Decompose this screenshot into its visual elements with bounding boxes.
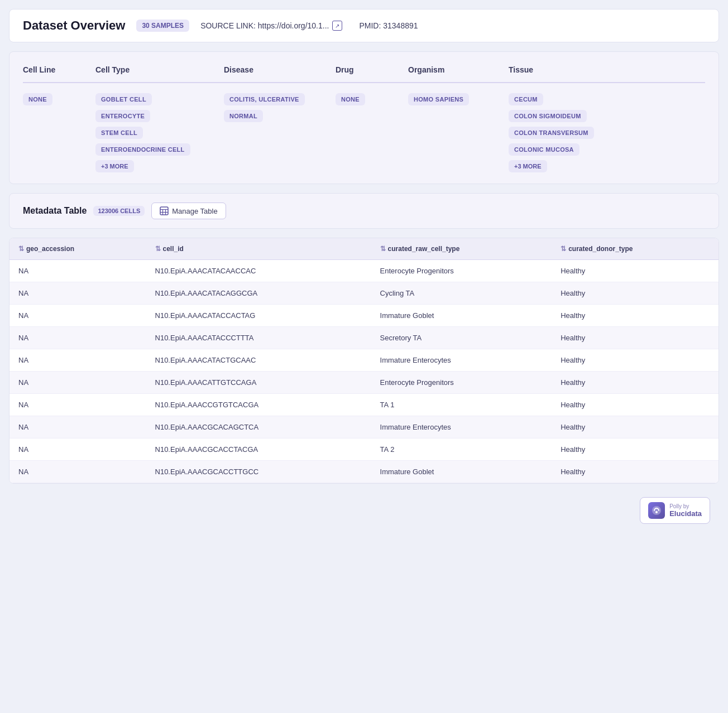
dataset-header: Dataset Overview 30 SAMPLES SOURCE LINK:… [9, 9, 719, 42]
external-link-icon[interactable]: ↗ [332, 21, 342, 31]
table-cell-2-3: Healthy [552, 305, 719, 327]
tag-colon-sigmoideum: COLON SIGMOIDEUM [509, 110, 587, 122]
footer: Polly by Elucidata [9, 493, 719, 528]
metadata-title: Metadata Table [23, 206, 87, 216]
table-cell-8-2: TA 2 [371, 439, 552, 461]
col-header-drug: Drug [336, 65, 408, 74]
table-cell-5-1: N10.EpiA.AAACATTGTCCAGA [146, 372, 371, 394]
metadata-section: Metadata Table 123006 CELLS Manage Table [9, 193, 719, 229]
table-cell-6-1: N10.EpiA.AAACCGTGTCACGA [146, 394, 371, 416]
tag-enteroendocrine-cell: ENTEROENDOCRINE CELL [95, 143, 190, 156]
tag-goblet-cell: GOBLET CELL [95, 93, 152, 105]
table-cell-6-0: NA [9, 394, 146, 416]
table-icon [160, 206, 169, 215]
elucidata-text: Polly by Elucidata [669, 503, 702, 518]
table-body: NAN10.EpiA.AAACATACAACCACEnterocyte Prog… [9, 260, 719, 483]
col-header-cell-line: Cell Line [23, 65, 95, 74]
tag-none-cell-line: NONE [23, 93, 52, 105]
th-geo-accession[interactable]: ⇅ geo_accession [9, 238, 146, 260]
table-row: NAN10.EpiA.AAACGCACCTACGATA 2Healthy [9, 439, 719, 461]
table-row: NAN10.EpiA.AAACGCACCTTGCCImmature Goblet… [9, 461, 719, 483]
th-curated-donor-type[interactable]: ⇅ curated_donor_type [552, 238, 719, 260]
table-cell-3-1: N10.EpiA.AAACATACCCTTTA [146, 327, 371, 349]
sort-icon-geo: ⇅ [18, 245, 24, 253]
table-row: NAN10.EpiA.AAACATACCCTTTASecretory TAHea… [9, 327, 719, 349]
col-header-tissue: Tissue [509, 65, 705, 74]
tissue-more[interactable]: +3 MORE [509, 160, 547, 172]
disease-data: COLITIS, ULCERATIVE NORMAL [224, 93, 336, 122]
tag-enterocyte: ENTEROCYTE [95, 110, 150, 122]
table-cell-3-3: Healthy [552, 327, 719, 349]
overview-data-row: NONE GOBLET CELL ENTEROCYTE STEM CELL EN… [23, 93, 705, 172]
table-cell-0-1: N10.EpiA.AAACATACAACCAC [146, 260, 371, 282]
tag-homo-sapiens: HOMO SAPIENS [408, 93, 469, 105]
table-cell-6-2: TA 1 [371, 394, 552, 416]
table-cell-5-0: NA [9, 372, 146, 394]
svg-rect-0 [160, 207, 168, 215]
tag-none-drug: NONE [336, 93, 365, 105]
table-cell-8-0: NA [9, 439, 146, 461]
page-title: Dataset Overview [23, 18, 125, 33]
metadata-header: Metadata Table 123006 CELLS Manage Table [23, 203, 705, 219]
table-row: NAN10.EpiA.AAACGCACAGCTCAImmature Entero… [9, 416, 719, 439]
col-header-organism: Organism [408, 65, 509, 74]
overview-table: Cell Line Cell Type Disease Drug Organis… [23, 65, 705, 172]
cell-line-data: NONE [23, 93, 95, 105]
source-link-text: SOURCE LINK: https://doi.org/10.1... [200, 21, 329, 30]
pmid-label: PMID: 31348891 [359, 21, 418, 30]
data-table-wrapper: ⇅ geo_accession ⇅ cell_id ⇅ curate [9, 238, 719, 484]
table-row: NAN10.EpiA.AAACATACCACTAGImmature Goblet… [9, 305, 719, 327]
col-sort-cellid: ⇅ cell_id [155, 245, 184, 253]
table-cell-5-3: Healthy [552, 372, 719, 394]
table-cell-2-1: N10.EpiA.AAACATACCACTAG [146, 305, 371, 327]
table-row: NAN10.EpiA.AAACATACAACCACEnterocyte Prog… [9, 260, 719, 282]
table-cell-7-2: Immature Enterocytes [371, 416, 552, 439]
table-cell-6-3: Healthy [552, 394, 719, 416]
table-row: NAN10.EpiA.AAACATACAGGCGACycling TAHealt… [9, 282, 719, 305]
table-header-row: ⇅ geo_accession ⇅ cell_id ⇅ curate [9, 238, 719, 260]
cell-type-more[interactable]: +3 MORE [95, 160, 134, 172]
table-cell-9-1: N10.EpiA.AAACGCACCTTGCC [146, 461, 371, 483]
table-cell-4-1: N10.EpiA.AAACATACTGCAAC [146, 349, 371, 372]
table-cell-7-0: NA [9, 416, 146, 439]
elucidata-badge: Polly by Elucidata [640, 497, 710, 524]
table-cell-1-1: N10.EpiA.AAACATACAGGCGA [146, 282, 371, 305]
table-cell-1-3: Healthy [552, 282, 719, 305]
th-curated-raw-cell-type[interactable]: ⇅ curated_raw_cell_type [371, 238, 552, 260]
col-sort-geo: ⇅ geo_accession [18, 245, 74, 253]
table-cell-0-2: Enterocyte Progenitors [371, 260, 552, 282]
polly-label: Polly by [669, 503, 702, 509]
table-cell-1-2: Cycling TA [371, 282, 552, 305]
elucidata-label: Elucidata [669, 509, 702, 518]
sort-icon-donortype: ⇅ [561, 245, 566, 253]
manage-table-button[interactable]: Manage Table [151, 203, 226, 219]
th-cell-id[interactable]: ⇅ cell_id [146, 238, 371, 260]
table-cell-2-0: NA [9, 305, 146, 327]
table-cell-0-0: NA [9, 260, 146, 282]
drug-data: NONE [336, 93, 408, 105]
sort-icon-celltype: ⇅ [380, 245, 386, 253]
tag-colonic-mucosa: COLONIC MUCOSA [509, 143, 579, 156]
col-sort-celltype: ⇅ curated_raw_cell_type [380, 245, 460, 253]
tag-normal: NORMAL [224, 110, 263, 122]
table-cell-8-3: Healthy [552, 439, 719, 461]
table-cell-4-3: Healthy [552, 349, 719, 372]
table-cell-0-3: Healthy [552, 260, 719, 282]
table-row: NAN10.EpiA.AAACCGTGTCACGATA 1Healthy [9, 394, 719, 416]
svg-point-5 [652, 506, 661, 515]
overview-section: Cell Line Cell Type Disease Drug Organis… [9, 51, 719, 184]
manage-table-label: Manage Table [172, 207, 217, 215]
sort-icon-cellid: ⇅ [155, 245, 161, 253]
table-cell-8-1: N10.EpiA.AAACGCACCTACGA [146, 439, 371, 461]
cell-type-data: GOBLET CELL ENTEROCYTE STEM CELL ENTEROE… [95, 93, 224, 172]
tag-colitis-ulcerative: COLITIS, ULCERATIVE [224, 93, 305, 105]
tag-colon-transversum: COLON TRANSVERSUM [509, 127, 594, 139]
source-link[interactable]: SOURCE LINK: https://doi.org/10.1... ↗ [200, 21, 342, 31]
table-cell-7-1: N10.EpiA.AAACGCACAGCTCA [146, 416, 371, 439]
tag-cecum: CECUM [509, 93, 543, 105]
table-cell-2-2: Immature Goblet [371, 305, 552, 327]
metadata-table: ⇅ geo_accession ⇅ cell_id ⇅ curate [9, 238, 719, 483]
table-cell-9-2: Immature Goblet [371, 461, 552, 483]
table-row: NAN10.EpiA.AAACATTGTCCAGAEnterocyte Prog… [9, 372, 719, 394]
col-sort-donortype: ⇅ curated_donor_type [561, 245, 633, 253]
